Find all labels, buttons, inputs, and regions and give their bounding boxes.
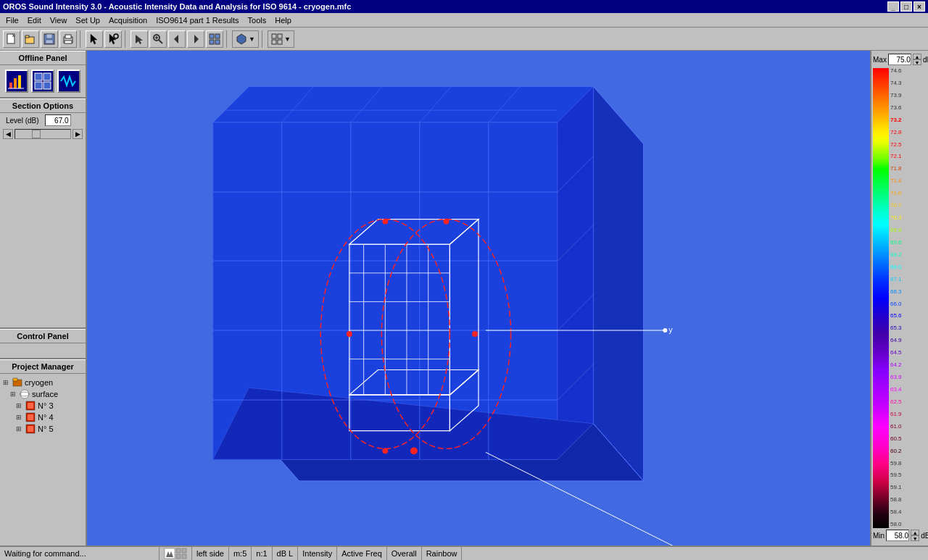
close-btn[interactable]: × <box>914 1 925 12</box>
arrow-btn[interactable] <box>86 30 103 48</box>
grid-button[interactable] <box>31 70 54 93</box>
svg-rect-24 <box>272 34 276 38</box>
surface-icon <box>20 389 30 399</box>
min-up-btn[interactable]: ▲ <box>911 530 919 535</box>
min-label: Min <box>873 532 884 540</box>
control-panel-header: Control Panel <box>0 329 86 343</box>
svg-point-88 <box>443 219 449 225</box>
min-down-btn[interactable]: ▼ <box>911 535 919 541</box>
project-tree: ⊞ cryogen ⊞ surface ⊞ N° 3 ⊞ N° <box>0 374 86 438</box>
cursor-btn[interactable] <box>130 30 148 48</box>
expand-surface: ⊞ <box>10 390 17 398</box>
project-icon <box>12 377 22 388</box>
status-n: n:1 <box>252 547 272 560</box>
save-btn[interactable] <box>41 30 58 48</box>
svg-rect-29 <box>14 78 17 88</box>
offline-panel-content <box>0 65 86 97</box>
forward-btn[interactable] <box>187 30 204 48</box>
svg-rect-32 <box>35 73 42 80</box>
tree-item-surface[interactable]: ⊞ surface <box>1 388 84 400</box>
slider-left-btn[interactable]: ◀ <box>3 129 13 139</box>
svg-rect-45 <box>28 426 33 432</box>
tick-27: 62.5 <box>890 399 927 406</box>
tick-0: 74.6 <box>890 68 927 75</box>
sep1 <box>80 30 83 48</box>
tree-item-n3[interactable]: ⊞ N° 3 <box>1 400 84 411</box>
grid-icon <box>33 71 53 91</box>
menu-edit[interactable]: Edit <box>23 14 46 26</box>
n-text: n:1 <box>256 549 267 558</box>
max-spinner: ▲ ▼ <box>913 54 921 65</box>
max-input[interactable] <box>888 54 911 65</box>
tick-9: 71.4 <box>890 178 927 185</box>
max-row: Max ▲ ▼ dB <box>873 54 927 65</box>
offline-panel-header: Offline Panel <box>0 51 86 65</box>
toolbar: ▼ ▼ <box>0 28 928 51</box>
n5-label: N° 5 <box>38 425 54 433</box>
svg-rect-34 <box>35 82 42 89</box>
slider-track[interactable] <box>14 129 71 139</box>
svg-marker-47 <box>593 86 643 480</box>
m-text: m:5 <box>233 549 246 558</box>
menu-file[interactable]: File <box>1 14 23 26</box>
min-input[interactable] <box>886 530 909 541</box>
tree-item-cryogen[interactable]: ⊞ cryogen <box>1 377 84 388</box>
expand-n5: ⊞ <box>16 425 23 432</box>
tick-30: 60.5 <box>890 436 927 443</box>
menu-tools[interactable]: Tools <box>244 14 271 26</box>
svg-point-87 <box>382 219 388 225</box>
grid-dropdown[interactable]: ▼ <box>268 30 294 48</box>
minimize-btn[interactable]: _ <box>887 1 899 12</box>
maximize-btn[interactable]: □ <box>900 1 912 12</box>
tick-17: 67.1 <box>890 277 927 283</box>
layout-btn[interactable] <box>206 30 223 48</box>
svg-rect-20 <box>215 34 220 38</box>
menu-results[interactable]: ISO9614 part 1 Results <box>152 14 243 26</box>
menu-help[interactable]: Help <box>270 14 296 26</box>
select2-btn[interactable] <box>104 30 122 48</box>
menu-setup[interactable]: Set Up <box>71 14 104 26</box>
section-options-header: Section Options <box>0 99 86 113</box>
svg-point-92 <box>382 448 388 454</box>
tree-item-n5[interactable]: ⊞ N° 5 <box>1 423 84 435</box>
svg-point-90 <box>472 331 478 337</box>
cryogen-label: cryogen <box>25 378 53 387</box>
svg-marker-10 <box>109 34 116 44</box>
tick-16: 68.0 <box>890 264 927 271</box>
max-up-btn[interactable]: ▲ <box>913 54 921 59</box>
slider-right-btn[interactable]: ▶ <box>72 129 83 139</box>
menu-view[interactable]: View <box>46 14 72 26</box>
zoom-btn[interactable] <box>149 30 167 48</box>
main-layout: Offline Panel <box>0 51 928 546</box>
max-down-btn[interactable]: ▼ <box>913 59 921 65</box>
level-value[interactable]: 67.0 <box>45 114 71 126</box>
back-btn[interactable] <box>168 30 186 48</box>
wave-button[interactable] <box>57 70 80 93</box>
tick-21: 65.3 <box>890 325 927 332</box>
title-bar-controls[interactable]: _ □ × <box>887 1 925 12</box>
3d-visualization: y <box>87 51 870 546</box>
new-btn[interactable] <box>3 30 20 48</box>
averaging-text: Overall <box>392 549 417 558</box>
view3d-dropdown[interactable]: ▼ <box>232 30 259 48</box>
svg-rect-22 <box>215 40 220 44</box>
tick-13: 69.9 <box>890 227 927 234</box>
svg-marker-17 <box>174 35 178 43</box>
svg-rect-43 <box>28 414 33 420</box>
open-btn[interactable] <box>22 30 39 48</box>
left-panel: Offline Panel <box>0 51 87 546</box>
project-manager-header: Project Manager <box>0 359 86 374</box>
svg-rect-41 <box>28 403 33 409</box>
visualization-area[interactable]: y <box>87 51 870 546</box>
tick-24: 64.2 <box>890 362 927 369</box>
tick-28: 61.9 <box>890 411 927 418</box>
svg-marker-18 <box>194 35 199 43</box>
sep2 <box>125 30 128 48</box>
svg-rect-19 <box>210 34 214 38</box>
tree-item-n4[interactable]: ⊞ N° 4 <box>1 411 84 423</box>
print-btn[interactable] <box>59 30 77 48</box>
svg-rect-25 <box>278 34 282 38</box>
chart-button[interactable] <box>5 70 28 93</box>
svg-marker-52 <box>558 86 593 459</box>
menu-acquisition[interactable]: Acquisition <box>104 14 152 26</box>
